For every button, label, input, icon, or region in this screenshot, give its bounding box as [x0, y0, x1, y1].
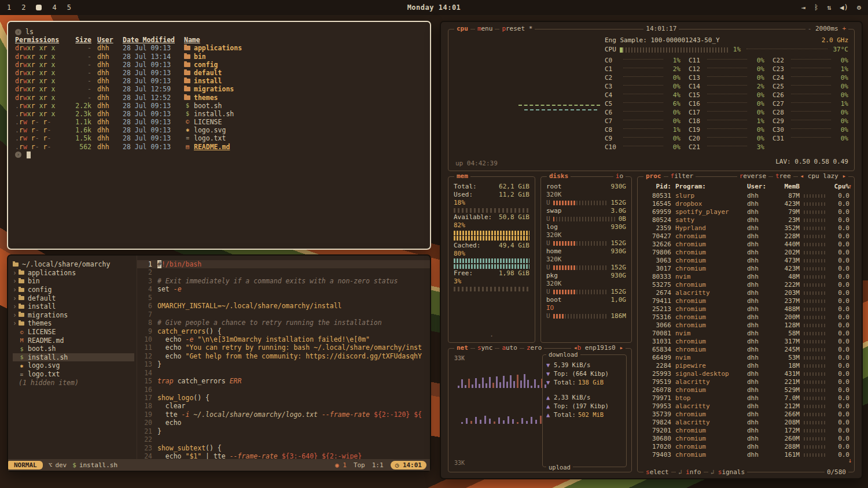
process-row[interactable]: 31031chromiumdhh317M0.0 [642, 338, 849, 346]
scroll-up-arrow[interactable]: ↑ [848, 183, 852, 191]
scroll-down-arrow[interactable]: ↓ [848, 457, 852, 465]
tree-root[interactable]: ~/.local/share/omarchy [13, 260, 134, 269]
proc-info-button[interactable]: ↲ info [676, 468, 704, 476]
net-graph-bar [458, 386, 459, 388]
net-sync-toggle[interactable]: sync [475, 344, 495, 352]
settings-icon[interactable]: ⚙ [857, 3, 861, 12]
cpu-history-graph [454, 36, 600, 166]
process-row[interactable]: 65834chromiumdhh245M0.0 [642, 346, 849, 354]
process-row[interactable]: 2359Hyprlanddhh352M0.0 [642, 224, 849, 232]
process-row[interactable]: 66499nvimdhh53M0.0 [642, 354, 849, 362]
process-row[interactable]: 79806chromiumdhh202M0.0 [642, 249, 849, 257]
process-row[interactable]: 30680chromiumdhh260M0.0 [642, 435, 849, 443]
process-mem-meter [804, 251, 826, 254]
system-monitor-window-btop[interactable]: cpu menu preset * 14:01:17 - 2000ms + En… [440, 21, 863, 479]
tree-item-license[interactable]: ©LICENSE [13, 328, 134, 337]
net-graph-bar [494, 422, 495, 424]
tree-item--1-hidden-item-[interactable]: (1 hidden item) [13, 378, 134, 387]
tree-item-install[interactable]: ›install [13, 302, 134, 311]
process-row[interactable]: 70427chromiumdhh228M0.0 [642, 232, 849, 241]
screenshare-icon[interactable]: ⇅ [827, 3, 831, 12]
tree-item-applications[interactable]: ›applications [13, 269, 134, 278]
process-row[interactable]: 53275chromiumdhh222M0.0 [642, 281, 849, 289]
process-row[interactable]: 79953alacrittydhh212M0.0 [642, 402, 849, 411]
code-line-3: 3# Exit immediately if a command exits w… [137, 277, 430, 285]
process-name: dropbox [675, 200, 743, 208]
proc-filter-button[interactable]: filter [668, 172, 696, 180]
process-row[interactable]: 69959spotify_playerdhh79M0.0 [642, 208, 849, 216]
prompt-line-input[interactable]: › [15, 151, 423, 159]
tree-item-readme.md[interactable]: MREADME.md [13, 336, 134, 345]
proc-sort-selector[interactable]: ◂ cpu lazy ▸ [798, 172, 848, 180]
net-auto-toggle[interactable]: auto [499, 344, 520, 352]
core-usage-c8: C81% [605, 125, 681, 134]
process-row[interactable]: 2284pipewiredhh18M0.0 [642, 362, 849, 370]
process-row[interactable]: 3063chromiumdhh473M0.0 [642, 257, 849, 265]
tree-item-boot.sh[interactable]: $boot.sh [13, 345, 134, 353]
process-row[interactable]: 17020chromiumdhh288M0.0 [642, 443, 849, 451]
chevron-right-icon: › [13, 269, 19, 277]
process-row[interactable]: 25993signal-desktopdhh431M0.0 [642, 370, 849, 378]
tree-item-migrations[interactable]: ›migrations [13, 311, 134, 320]
folder-icon [13, 263, 19, 267]
process-user: dhh [747, 313, 769, 321]
process-row[interactable]: 79519alacrittydhh221M0.0 [642, 378, 849, 386]
process-cpu: 0.0 [830, 305, 849, 313]
code-editor-pane[interactable]: 1#!/bin/bash23# Exit immediately if a co… [137, 256, 430, 459]
process-user: dhh [747, 208, 769, 216]
process-row[interactable]: 32626chromiumdhh440M0.0 [642, 241, 849, 249]
folder-icon [19, 321, 24, 326]
bluetooth-icon[interactable]: ᛒ [814, 3, 818, 12]
code-line-24: 24 echo "$1" | tte --frame-rate ${3:-640… [137, 452, 430, 459]
process-mem-meter [804, 364, 826, 368]
process-row[interactable]: 26078chromiumdhh529M0.0 [642, 386, 849, 394]
editor-window-nvim[interactable]: ~/.local/share/omarchy›applications›bin›… [7, 254, 431, 472]
proc-select-button[interactable]: select [643, 468, 671, 476]
core-percent: 0% [665, 83, 681, 91]
process-row[interactable]: 75316chromiumdhh200M0.0 [642, 313, 849, 321]
code-text [157, 310, 430, 319]
process-row[interactable]: 79824alacrittydhh208M0.0 [642, 419, 849, 427]
tree-item-install.sh[interactable]: $install.sh [13, 353, 134, 362]
process-cpu: 0.0 [830, 419, 849, 427]
interval-control[interactable]: - 2000ms + [806, 25, 848, 33]
process-pid: 80333 [642, 273, 671, 281]
disk-used-row: U186M [546, 312, 626, 320]
process-row[interactable]: 80524sattydhh23M0.0 [642, 216, 849, 224]
process-row[interactable]: 80531slurpdhh87M0.0 [642, 192, 849, 200]
proc-reverse-toggle[interactable]: reverse [737, 172, 768, 180]
io-mode-toggle[interactable]: io [613, 172, 626, 180]
process-row[interactable]: 79403chromiumdhh161M0.0 [642, 451, 849, 459]
mem-meter [454, 208, 529, 213]
tree-item-bin[interactable]: ›bin [13, 277, 134, 286]
process-mem-meter [804, 421, 826, 424]
process-row[interactable]: 70081nvimdhh58M0.0 [642, 330, 849, 338]
disk-used-label: U [546, 239, 550, 247]
proc-tree-toggle[interactable]: tree [773, 172, 793, 180]
net-interface-selector[interactable]: ◂b enp191s0 ▸ [571, 344, 626, 352]
process-row[interactable]: 25213chromiumdhh488M0.0 [642, 305, 849, 313]
process-row[interactable]: 3066chromiumdhh128M0.0 [642, 321, 849, 330]
process-row[interactable]: 80333nvimdhh48M0.0 [642, 273, 849, 281]
preset-button[interactable]: preset * [499, 25, 535, 33]
process-row[interactable]: 79411chromiumdhh237M0.0 [642, 297, 849, 305]
net-zero-toggle[interactable]: zero [524, 344, 545, 352]
tree-item-logo.svg[interactable]: ✱logo.svg [13, 361, 134, 370]
process-row[interactable]: 16545dropboxdhh423M0.0 [642, 200, 849, 208]
volume-icon[interactable]: ◀) [840, 3, 848, 12]
process-row[interactable]: 2674alacrittydhh203M0.0 [642, 289, 849, 297]
tree-item-config[interactable]: ›config [13, 286, 134, 294]
tree-item-themes[interactable]: ›themes [13, 319, 134, 328]
terminal-window-ls[interactable]: › ls PermissionsSizeUserDate ModifiedNam… [7, 21, 431, 250]
process-row[interactable]: 3017chromiumdhh423M0.0 [642, 265, 849, 273]
process-row[interactable]: 79201chromiumdhh172M0.0 [642, 427, 849, 435]
core-usage-c19: C190% [689, 125, 764, 134]
menu-button[interactable]: menu [475, 25, 495, 33]
logout-icon[interactable]: ⇥ [801, 3, 806, 12]
tree-item-default[interactable]: ›default [13, 294, 134, 302]
process-row[interactable]: 35739chromiumdhh266M0.0 [642, 411, 849, 419]
proc-signals-button[interactable]: ↲ signals [708, 468, 748, 476]
process-row[interactable]: 79971btopdhh7.0M0.0 [642, 394, 849, 402]
tree-item-logo.txt[interactable]: ≡logo.txt [13, 370, 134, 379]
process-mem-meter [804, 243, 826, 246]
